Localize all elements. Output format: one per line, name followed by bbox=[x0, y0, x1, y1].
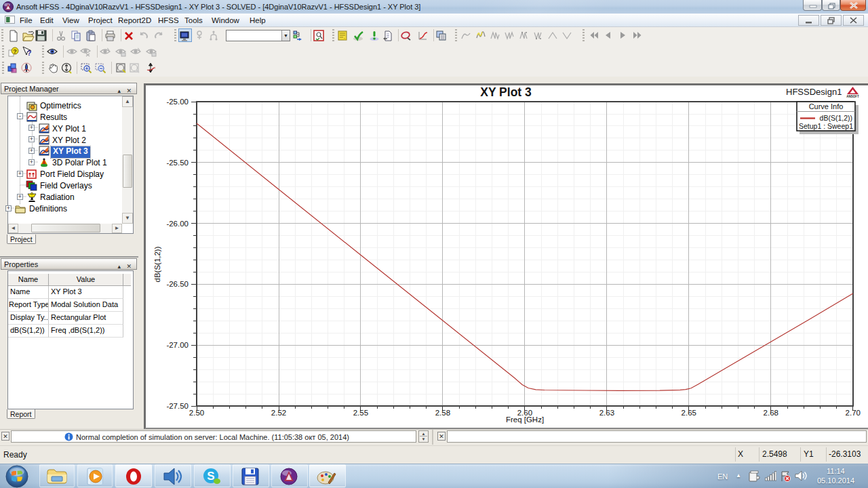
svg-text:2.68: 2.68 bbox=[764, 409, 778, 417]
svg-text:2.58: 2.58 bbox=[435, 409, 450, 417]
svg-text:dB(S(1,2)): dB(S(1,2)) bbox=[153, 246, 161, 282]
svg-text:HFSSDesign1: HFSSDesign1 bbox=[786, 87, 842, 97]
svg-text:Curve Info: Curve Info bbox=[809, 102, 844, 110]
svg-text:-27.50: -27.50 bbox=[166, 402, 189, 410]
svg-text:-25.00: -25.00 bbox=[166, 98, 189, 106]
svg-text:ANSOFT: ANSOFT bbox=[846, 95, 859, 98]
svg-text:2.63: 2.63 bbox=[599, 409, 614, 417]
svg-text:2.55: 2.55 bbox=[353, 409, 368, 417]
svg-text:dB(S(1,2)): dB(S(1,2)) bbox=[820, 114, 852, 122]
svg-text:XY Plot 3: XY Plot 3 bbox=[480, 85, 532, 99]
svg-text:2.50: 2.50 bbox=[189, 409, 204, 417]
svg-text:-26.50: -26.50 bbox=[166, 280, 189, 288]
svg-text:Setup1 : Sweep1: Setup1 : Sweep1 bbox=[799, 122, 853, 130]
svg-text:-27.00: -27.00 bbox=[166, 341, 189, 349]
svg-text:2.70: 2.70 bbox=[846, 409, 861, 417]
svg-text:-25.50: -25.50 bbox=[166, 159, 189, 167]
svg-text:S: S bbox=[207, 470, 214, 483]
svg-text:-26.00: -26.00 bbox=[166, 220, 189, 228]
svg-text:2.52: 2.52 bbox=[271, 409, 286, 417]
svg-text:?: ? bbox=[13, 48, 17, 55]
svg-text:2.65: 2.65 bbox=[682, 409, 696, 417]
svg-text:Freq [GHz]: Freq [GHz] bbox=[506, 415, 544, 424]
svg-text:?: ? bbox=[27, 49, 32, 57]
